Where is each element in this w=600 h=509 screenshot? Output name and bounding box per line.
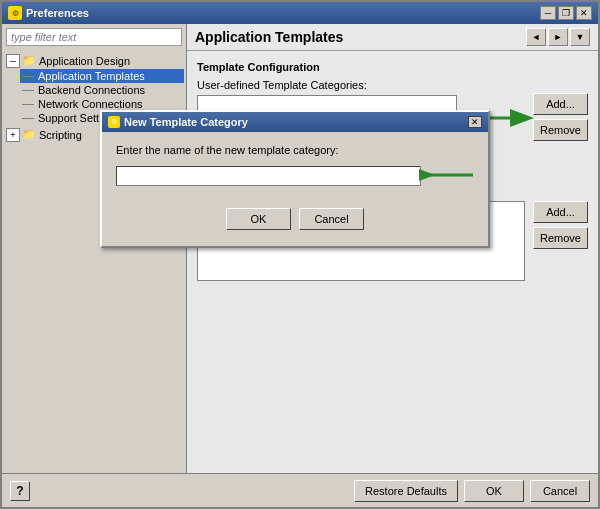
filter-input[interactable]	[6, 28, 182, 46]
tree-item-application-templates[interactable]: Application Templates	[20, 69, 184, 83]
field-label: User-defined Template Categories:	[197, 79, 588, 91]
main-content: ─ 📁 Application Design Application Templ…	[2, 24, 598, 473]
tree-item-app-design-row[interactable]: ─ 📁 Application Design	[4, 53, 184, 69]
add-button-1[interactable]: Add...	[533, 93, 588, 115]
dialog-icon: ⚙	[108, 116, 120, 128]
side-buttons-1: Add... Remove	[533, 93, 588, 141]
right-panel-title: Application Templates	[195, 29, 343, 45]
section-title: Template Configuration	[197, 61, 588, 73]
title-bar-left: ⚙ Preferences	[8, 6, 89, 20]
dash-line-1	[22, 76, 34, 77]
remove-button-1[interactable]: Remove	[533, 119, 588, 141]
preferences-icon: ⚙	[8, 6, 22, 20]
folder-icon-app-design: 📁	[22, 54, 36, 68]
restore-defaults-button[interactable]: Restore Defaults	[354, 480, 458, 502]
restore-button[interactable]: ❐	[558, 6, 574, 20]
tree-toggle-app-design[interactable]: ─	[6, 54, 20, 68]
tree-label-backend-connections: Backend Connections	[38, 84, 145, 96]
dialog-body: Enter the name of the new template categ…	[102, 132, 488, 246]
dash-line-3	[22, 104, 34, 105]
tree-item-backend-connections[interactable]: Backend Connections	[20, 83, 184, 97]
tree-toggle-scripting[interactable]: +	[6, 128, 20, 142]
window-title: Preferences	[26, 7, 89, 19]
tree-label-network-connections: Network Connections	[38, 98, 143, 110]
nav-dropdown-button[interactable]: ▼	[570, 28, 590, 46]
dash-line-2	[22, 90, 34, 91]
tree-label-app-design: Application Design	[39, 55, 130, 67]
bottom-right: Restore Defaults OK Cancel	[354, 480, 590, 502]
add-button-2[interactable]: Add...	[533, 201, 588, 223]
tree-item-network-connections[interactable]: Network Connections	[20, 97, 184, 111]
dash-line-4	[22, 118, 34, 119]
dialog-buttons: OK Cancel	[116, 208, 474, 234]
help-button[interactable]: ?	[10, 481, 30, 501]
dialog-prompt: Enter the name of the new template categ…	[116, 144, 474, 156]
dialog-arrow-svg	[419, 164, 474, 186]
dialog-arrow-annotation	[429, 164, 474, 188]
dialog-title-left: ⚙ New Template Category	[108, 116, 248, 128]
template-category-input[interactable]	[116, 166, 421, 186]
left-panel: ─ 📁 Application Design Application Templ…	[2, 24, 187, 473]
bottom-left: ?	[10, 481, 30, 501]
right-panel: Application Templates ◄ ► ▼ Template Con…	[187, 24, 598, 473]
remove-button-2[interactable]: Remove	[533, 227, 588, 249]
minimize-button[interactable]: ─	[540, 6, 556, 20]
ok-button[interactable]: OK	[464, 480, 524, 502]
main-window: ⚙ Preferences ─ ❐ ✕ ─ 📁 Application Desi…	[0, 0, 600, 509]
right-header: Application Templates ◄ ► ▼	[187, 24, 598, 51]
dialog-title-bar: ⚙ New Template Category ✕	[102, 112, 488, 132]
dialog-ok-button[interactable]: OK	[226, 208, 291, 230]
title-bar: ⚙ Preferences ─ ❐ ✕	[2, 2, 598, 24]
bottom-bar: ? Restore Defaults OK Cancel	[2, 473, 598, 507]
tree-label-application-templates: Application Templates	[38, 70, 145, 82]
nav-back-button[interactable]: ◄	[526, 28, 546, 46]
dialog-cancel-button[interactable]: Cancel	[299, 208, 364, 230]
dialog-input-row	[116, 164, 474, 188]
dialog-title: New Template Category	[124, 116, 248, 128]
title-bar-buttons: ─ ❐ ✕	[540, 6, 592, 20]
dialog-close-button[interactable]: ✕	[468, 116, 482, 128]
nav-forward-button[interactable]: ►	[548, 28, 568, 46]
tree-label-scripting: Scripting	[39, 129, 82, 141]
nav-buttons: ◄ ► ▼	[526, 28, 590, 46]
folder-icon-scripting: 📁	[22, 128, 36, 142]
new-template-category-dialog[interactable]: ⚙ New Template Category ✕ Enter the name…	[100, 110, 490, 248]
close-button[interactable]: ✕	[576, 6, 592, 20]
cancel-button[interactable]: Cancel	[530, 480, 590, 502]
